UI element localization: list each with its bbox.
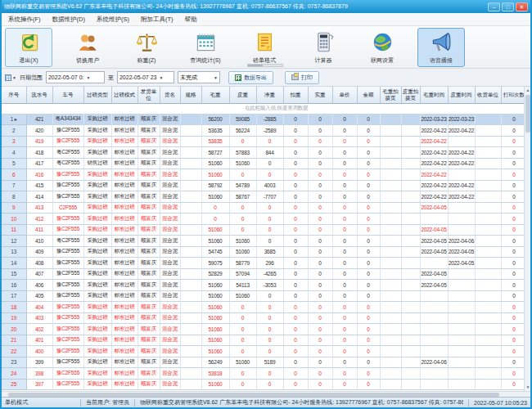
scroll-down-icon[interactable]: ▼ bbox=[525, 384, 530, 391]
cell: -2885 bbox=[256, 114, 283, 125]
column-header-0[interactable]: 序号 bbox=[2, 87, 26, 103]
table-row[interactable]: 21401豫C2F555采购过磅标准过磅顺富庆混合泥510600000000 bbox=[2, 335, 530, 346]
column-header-16[interactable]: 皮重拍摄页 bbox=[401, 87, 420, 103]
cell: 0 bbox=[229, 213, 256, 225]
column-header-4[interactable]: 过磅模式 bbox=[111, 87, 138, 103]
date-to-input[interactable]: 2022-05-07 23▼ bbox=[117, 71, 174, 83]
vertical-scroll-thumb[interactable] bbox=[525, 95, 530, 133]
menu-item-system-operation[interactable]: 系统操作(F) bbox=[8, 16, 41, 24]
date-from-input[interactable]: 2022-05-07 0:▼ bbox=[46, 71, 105, 83]
table-row[interactable]: 11411豫C2F555采购过磅标准过磅顺富庆混合泥51060000000202… bbox=[2, 224, 530, 236]
table-row[interactable]: 7415豫C2F555采购过磅标准过磅顺富庆混合泥587925478940030… bbox=[2, 180, 530, 191]
horizontal-scroll-thumb[interactable] bbox=[8, 393, 499, 397]
table-row[interactable]: 5417粤C2F555销售过磅标准过磅顺富庆混合泥510605106000000… bbox=[2, 158, 530, 169]
quick-search-row[interactable]: 在此栏输入值,快速查询数据 bbox=[2, 103, 530, 114]
column-header-19[interactable]: 收货单位 bbox=[475, 87, 501, 103]
table-row[interactable]: 6416豫C2F555采购过磅标准过磅顺富庆混合泥510600000002022… bbox=[2, 169, 530, 181]
cell: 51060 bbox=[201, 191, 229, 203]
network-settings-button[interactable]: 联网设置 bbox=[358, 28, 406, 67]
table-row[interactable]: 25397豫C2F555采购过磅标准过磅顺富庆混合泥510600000000 bbox=[2, 379, 530, 390]
table-row[interactable]: 1 ▸421粤A343434采购过磅标准过磅顺富庆混合泥5620059085-2… bbox=[2, 114, 530, 125]
data-export-button[interactable]: 数据导出 bbox=[228, 71, 273, 84]
table-row[interactable]: 3419豫C2F555采购过磅标准过磅顺富庆混合泥538350000002022… bbox=[2, 136, 530, 147]
cell: 0 bbox=[357, 158, 380, 169]
column-header-9[interactable]: 皮重 bbox=[229, 87, 256, 103]
table-row[interactable]: 22400豫C2F555采购过磅标准过磅顺富庆混合泥510600000000 bbox=[2, 346, 530, 357]
status-filter-select[interactable]: 未完成▼ bbox=[178, 71, 220, 83]
cell bbox=[180, 324, 201, 335]
cell bbox=[420, 346, 448, 357]
column-header-12[interactable]: 实重 bbox=[308, 87, 332, 103]
cell bbox=[180, 312, 201, 324]
calculator-button[interactable]: 计算器 bbox=[300, 28, 347, 67]
column-header-10[interactable]: 净重 bbox=[256, 87, 283, 103]
table-row[interactable]: 10412豫C2F555采购过磅标准过磅顺富庆混合泥00000000 bbox=[2, 213, 530, 225]
table-row[interactable]: 18404豫C2F555采购过磅标准过磅顺富庆混合泥510600000000 bbox=[2, 302, 530, 313]
cell bbox=[380, 114, 401, 125]
column-header-6[interactable]: 货名 bbox=[160, 87, 180, 103]
exit-button[interactable]: 退出(X) bbox=[5, 28, 52, 67]
print-button[interactable]: 打印 bbox=[285, 71, 319, 84]
table-row[interactable]: 24398豫C2F555采购过磅标准过磅顺富庆混合泥538180000000 bbox=[2, 368, 530, 380]
menu-item-help[interactable]: 帮助 bbox=[185, 16, 197, 24]
table-row[interactable]: 15407豫C2F555采购过磅标准过磅顺富庆混合泥5282957094-426… bbox=[2, 268, 530, 280]
column-header-13[interactable]: 单价 bbox=[332, 87, 357, 103]
column-header-1[interactable]: 流水号 bbox=[26, 87, 52, 103]
vertical-scrollbar[interactable]: ▲ ▼ bbox=[524, 87, 530, 391]
voice-broadcast-button[interactable]: 语音播报 bbox=[417, 28, 465, 67]
table-row[interactable]: 9413C2F555采购过磅标准过磅顺富庆混合泥00000002022-04-0… bbox=[2, 202, 530, 213]
switch-user-button[interactable]: 切换用户 bbox=[64, 28, 111, 67]
minimize-button[interactable]: – bbox=[488, 2, 500, 11]
maximize-button[interactable]: □ bbox=[502, 2, 514, 11]
table-row[interactable]: 17405豫C2F555采购过磅标准过磅顺富庆混合泥51060510600000… bbox=[2, 290, 530, 302]
row-number-cell: 13 bbox=[2, 246, 26, 258]
column-header-8[interactable]: 毛重 bbox=[201, 87, 229, 103]
column-header-7[interactable]: 规格 bbox=[180, 87, 201, 103]
toolbar-scrollbar[interactable] bbox=[247, 64, 283, 67]
table-row[interactable]: 12410粤C2F555采购过磅标准过磅顺富庆混合泥51060510600000… bbox=[2, 236, 530, 247]
grid-filter-dropdown[interactable]: ▼ bbox=[5, 74, 16, 81]
cell: 418 bbox=[26, 147, 52, 159]
column-header-18[interactable]: 皮重时间 bbox=[448, 87, 475, 103]
weigh-button[interactable]: 称重(Z) bbox=[123, 28, 170, 67]
cell: 0 bbox=[357, 290, 380, 302]
cell bbox=[180, 346, 201, 357]
cell bbox=[448, 302, 475, 313]
column-header-2[interactable]: 车号 bbox=[52, 87, 83, 103]
table-row[interactable]: 19403豫C2F555采购过磅标准过磅顺富庆混合泥510600000000 bbox=[2, 312, 530, 324]
scroll-up-icon[interactable]: ▲ bbox=[525, 87, 530, 94]
cell: 2022-04-06 bbox=[420, 357, 448, 368]
table-row[interactable]: 20402豫C2F555采购过磅标准过磅顺富庆混合泥510600000000 bbox=[2, 324, 530, 335]
table-row[interactable]: 23399豫C2F555采购过磅标准过磅顺富庆混合泥56249510605189… bbox=[2, 357, 530, 368]
close-button[interactable]: ✕ bbox=[516, 2, 528, 11]
cell: 顺富庆 bbox=[138, 312, 160, 324]
menu-item-system-maintenance[interactable]: 系统维护(S) bbox=[97, 16, 129, 24]
column-header-11[interactable]: 扣重 bbox=[283, 87, 308, 103]
column-header-14[interactable]: 金额 bbox=[357, 87, 380, 103]
column-header-15[interactable]: 毛重拍摄页 bbox=[380, 87, 401, 103]
table-row[interactable]: 4418粤C2F555采购过磅标准过磅顺富庆混合泥587275788384400… bbox=[2, 147, 530, 159]
table-row[interactable]: 14408豫C2F555采购过磅标准过磅顺富庆混合泥59075587792960… bbox=[2, 258, 530, 269]
column-header-5[interactable]: 发货单位 bbox=[138, 87, 160, 103]
cell bbox=[448, 312, 475, 324]
query-statistics-button[interactable]: 查询统计(S) bbox=[182, 28, 229, 67]
cell: 2022-04-22 bbox=[448, 147, 475, 159]
table-row[interactable]: 8414豫C2F555采购过磅标准过磅顺富庆混合泥5106058767-7707… bbox=[2, 191, 530, 203]
column-header-3[interactable]: 过磅类型 bbox=[83, 87, 111, 103]
column-header-17[interactable]: 毛重时间 bbox=[420, 87, 448, 103]
cell: 0 bbox=[332, 268, 357, 280]
cell: 采购过磅 bbox=[83, 335, 111, 346]
cell: -7707 bbox=[256, 191, 283, 203]
cell bbox=[475, 246, 501, 258]
cell: 0 bbox=[256, 379, 283, 390]
horizontal-scrollbar[interactable] bbox=[2, 391, 530, 397]
cell: 0 bbox=[308, 180, 332, 191]
menu-item-extra-tools[interactable]: 附加工具(T) bbox=[141, 16, 174, 24]
menu-item-data-maintenance[interactable]: 数据维护(D) bbox=[52, 16, 85, 24]
ticket-format-button[interactable]: 磅单格式 bbox=[241, 28, 288, 67]
table-row[interactable]: 2420豫C2F555采购过磅标准过磅顺富庆混合泥5363556224-2589… bbox=[2, 125, 530, 137]
table-row[interactable]: 13409豫C2F555采购过磅标准过磅顺富庆混合泥54745510603685… bbox=[2, 246, 530, 258]
weigh-label: 称重(Z) bbox=[138, 56, 156, 65]
table-row[interactable]: 16406豫C2F555采购过磅标准过磅顺富庆混合泥5106054113-305… bbox=[2, 280, 530, 291]
cell: 标准过磅 bbox=[111, 335, 138, 346]
